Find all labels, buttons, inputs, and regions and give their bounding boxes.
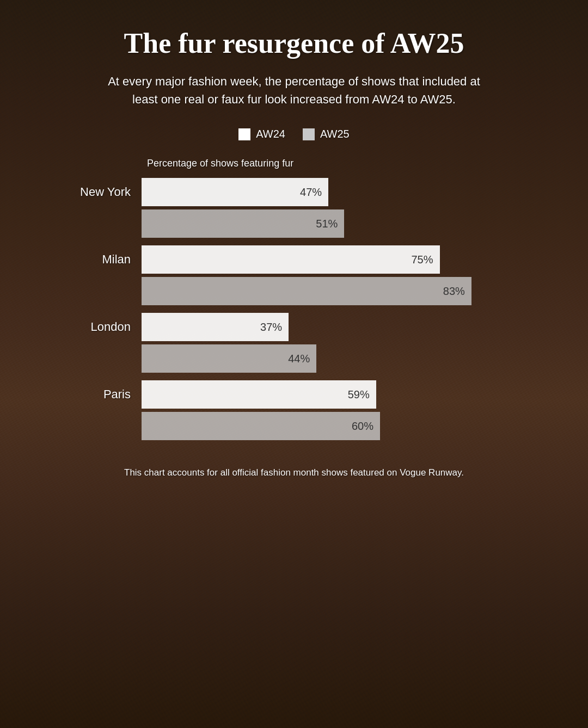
subtitle-text: At every major fashion week, the percent… (103, 72, 485, 108)
bar-value-aw24: 59% (348, 388, 370, 401)
bar-value-aw24: 75% (411, 254, 433, 266)
legend-aw24: AW24 (238, 128, 285, 140)
bar-aw25: 44% (142, 344, 316, 373)
city-group-new-york: New York47%51% (49, 178, 539, 241)
bar-row-paris-aw24: Paris59% (49, 380, 539, 409)
bar-wrapper-aw25: 83% (142, 277, 539, 305)
bar-value-aw25: 83% (443, 285, 465, 298)
chart-header: Percentage of shows featuring fur (147, 158, 539, 169)
bar-row-new-york-aw24: New York47% (49, 178, 539, 206)
city-label-milan: Milan (49, 252, 142, 267)
city-group-paris: Paris59%60% (49, 380, 539, 443)
bar-value-aw24: 37% (260, 321, 282, 334)
footnote-text: This chart accounts for all official fas… (124, 467, 464, 478)
bar-value-aw25: 51% (316, 218, 338, 230)
bar-value-aw25: 60% (352, 420, 373, 433)
chart-legend: AW24 AW25 (238, 128, 349, 140)
aw24-label: AW24 (256, 128, 285, 140)
bar-row-paris-aw25: 60% (49, 412, 539, 440)
city-label-new-york: New York (49, 185, 142, 199)
main-content: The fur resurgence of AW25 At every majo… (0, 0, 588, 728)
bar-row-london-aw25: 44% (49, 344, 539, 373)
chart-container: Percentage of shows featuring fur New Yo… (49, 158, 539, 448)
bar-wrapper-aw25: 60% (142, 412, 539, 440)
bar-value-aw25: 44% (288, 353, 310, 365)
aw25-label: AW25 (320, 128, 350, 140)
bar-row-milan-aw25: 83% (49, 277, 539, 305)
bar-wrapper-aw24: 37% (142, 313, 539, 341)
page-title: The fur resurgence of AW25 (124, 27, 464, 59)
aw25-color-box (303, 128, 315, 140)
bar-aw25: 83% (142, 277, 471, 305)
bar-aw24: 47% (142, 178, 328, 206)
aw24-color-box (238, 128, 250, 140)
bar-wrapper-aw24: 47% (142, 178, 539, 206)
bar-aw24: 75% (142, 245, 440, 274)
bar-aw24: 59% (142, 380, 376, 409)
bar-aw25: 51% (142, 209, 344, 238)
city-group-milan: Milan75%83% (49, 245, 539, 309)
city-group-london: London37%44% (49, 313, 539, 376)
bar-row-london-aw24: London37% (49, 313, 539, 341)
bar-value-aw24: 47% (300, 186, 322, 199)
legend-aw25: AW25 (303, 128, 350, 140)
bar-wrapper-aw24: 75% (142, 245, 539, 274)
bar-row-milan-aw24: Milan75% (49, 245, 539, 274)
bar-aw24: 37% (142, 313, 289, 341)
cities-container: New York47%51%Milan75%83%London37%44%Par… (49, 178, 539, 443)
city-label-london: London (49, 320, 142, 334)
bar-aw25: 60% (142, 412, 380, 440)
bar-wrapper-aw25: 44% (142, 344, 539, 373)
bar-wrapper-aw25: 51% (142, 209, 539, 238)
bar-row-new-york-aw25: 51% (49, 209, 539, 238)
bar-wrapper-aw24: 59% (142, 380, 539, 409)
city-label-paris: Paris (49, 387, 142, 402)
